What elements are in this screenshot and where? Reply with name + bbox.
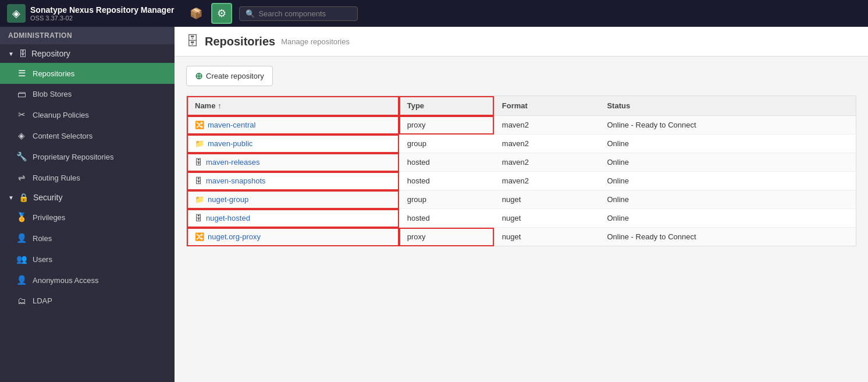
anonymous-access-icon: 👤	[16, 275, 27, 285]
col-header-type[interactable]: Type	[399, 96, 494, 116]
repo-name-cell: 📁nuget-group	[187, 190, 399, 209]
app-name: Sonatype Nexus Repository Manager	[30, 5, 174, 15]
gear-icon-btn[interactable]: ⚙	[211, 3, 232, 24]
privileges-icon: 🏅	[16, 212, 27, 222]
repo-type-cell: proxy	[399, 116, 494, 135]
repo-format-cell: nuget	[494, 190, 599, 209]
sidebar-item-ldap[interactable]: 🗂 LDAP	[0, 291, 175, 311]
col-name-label: Name	[195, 101, 215, 110]
content-selectors-icon: ◈	[16, 130, 27, 141]
table-row[interactable]: 🔀maven-centralproxymaven2Online - Ready …	[187, 116, 856, 135]
page-subtitle: Manage repositories	[281, 37, 350, 46]
repo-row-icon: 🗄	[195, 176, 202, 185]
users-icon: 👥	[16, 254, 27, 264]
sidebar-item-cleanup-policies[interactable]: ✂ Cleanup Policies	[0, 104, 175, 125]
triangle-icon: ▼	[8, 51, 14, 57]
search-icon: 🔍	[246, 9, 255, 18]
sidebar: Administration ▼ 🗄 Repository ☰ Reposito…	[0, 27, 175, 382]
sidebar-item-routing-rules-label: Routing Rules	[33, 174, 80, 182]
sidebar-item-repositories-label: Repositories	[33, 69, 74, 78]
col-format-label: Format	[502, 101, 528, 110]
table-row[interactable]: 📁nuget-groupgroupnugetOnline	[187, 190, 856, 209]
page-header: 🗄 Repositories Manage repositories	[175, 27, 868, 56]
roles-icon: 👤	[16, 233, 27, 243]
search-input[interactable]	[258, 9, 351, 18]
repo-type-cell: group	[399, 190, 494, 209]
sidebar-item-content-selectors[interactable]: ◈ Content Selectors	[0, 125, 175, 146]
sidebar-item-proprietary-repos[interactable]: 🔧 Proprietary Repositories	[0, 146, 175, 167]
repo-name-link[interactable]: maven-public	[208, 139, 252, 148]
repo-format-cell: nuget	[494, 228, 599, 246]
repo-name-link[interactable]: maven-releases	[206, 158, 260, 167]
repositories-icon: ☰	[16, 68, 27, 79]
sidebar-item-roles-label: Roles	[33, 234, 52, 243]
security-section-icon: 🔒	[19, 193, 29, 202]
triangle-security-icon: ▼	[8, 194, 14, 201]
repo-name-cell: 🔀nuget.org-proxy	[187, 228, 399, 246]
sort-icon: ↑	[218, 101, 222, 110]
table-body: 🔀maven-centralproxymaven2Online - Ready …	[187, 116, 856, 246]
blob-stores-icon: 🗃	[16, 89, 27, 99]
table-row[interactable]: 🗄maven-releaseshostedmaven2Online	[187, 153, 856, 172]
app-version: OSS 3.37.3-02	[30, 15, 174, 22]
repo-section-icon: 🗄	[19, 49, 27, 58]
repo-name-link[interactable]: nuget.org-proxy	[208, 232, 261, 241]
repo-status-cell: Online - Ready to Connect	[599, 228, 856, 246]
sidebar-section-repository-label: Repository	[31, 49, 70, 58]
repo-name-link[interactable]: nuget-group	[208, 195, 248, 204]
repo-name-link[interactable]: nuget-hosted	[206, 214, 250, 222]
sidebar-section-repository[interactable]: ▼ 🗄 Repository	[0, 44, 175, 63]
table-row[interactable]: 🔀nuget.org-proxyproxynugetOnline - Ready…	[187, 228, 856, 246]
repo-format-cell: maven2	[494, 172, 599, 190]
table-row[interactable]: 🗄nuget-hostedhostednugetOnline	[187, 209, 856, 228]
repo-status-cell: Online	[599, 135, 856, 153]
sidebar-item-blob-stores-label: Blob Stores	[33, 90, 72, 98]
sidebar-item-anonymous-access[interactable]: 👤 Anonymous Access	[0, 270, 175, 291]
table-row[interactable]: 📁maven-publicgroupmaven2Online	[187, 135, 856, 153]
col-header-name[interactable]: Name ↑	[187, 96, 399, 116]
routing-icon: ⇌	[16, 172, 27, 183]
sidebar-item-users[interactable]: 👥 Users	[0, 249, 175, 270]
repo-row-icon: 📁	[195, 195, 204, 204]
repo-format-cell: nuget	[494, 209, 599, 228]
repo-type-cell: proxy	[399, 228, 494, 246]
col-type-label: Type	[407, 101, 424, 110]
sidebar-admin-label: Administration	[0, 27, 175, 44]
page-header-icon: 🗄	[186, 34, 199, 49]
repositories-content: ⊕ Create repository Name ↑ Type For	[175, 56, 868, 256]
repo-name-cell: 🗄nuget-hosted	[187, 209, 399, 228]
repo-type-cell: hosted	[399, 209, 494, 228]
sidebar-item-blob-stores[interactable]: 🗃 Blob Stores	[0, 84, 175, 104]
sidebar-section-security[interactable]: ▼ 🔒 Security	[0, 188, 175, 207]
sidebar-item-privileges[interactable]: 🏅 Privileges	[0, 207, 175, 228]
repo-name-cell: 🗄maven-snapshots	[187, 172, 399, 190]
sidebar-item-routing-rules[interactable]: ⇌ Routing Rules	[0, 167, 175, 188]
create-btn-label: Create repository	[206, 72, 264, 80]
repo-name-link[interactable]: maven-snapshots	[206, 176, 266, 185]
repo-format-cell: maven2	[494, 116, 599, 135]
sidebar-item-roles[interactable]: 👤 Roles	[0, 228, 175, 249]
repo-status-cell: Online - Ready to Connect	[599, 116, 856, 135]
col-status-label: Status	[607, 101, 630, 110]
main-content-area: 🗄 Repositories Manage repositories ⊕ Cre…	[175, 27, 868, 382]
sidebar-section-security-label: Security	[33, 193, 63, 202]
logo-icon: ◈	[7, 4, 26, 23]
repo-type-cell: group	[399, 135, 494, 153]
main-layout: Administration ▼ 🗄 Repository ☰ Reposito…	[0, 27, 868, 382]
repo-name-link[interactable]: maven-central	[208, 121, 255, 129]
table-row[interactable]: 🗄maven-snapshotshostedmaven2Online	[187, 172, 856, 190]
repo-name-cell: 🔀maven-central	[187, 116, 399, 135]
cleanup-icon: ✂	[16, 109, 27, 120]
sidebar-item-users-label: Users	[33, 255, 52, 264]
create-btn-plus-icon: ⊕	[195, 70, 202, 82]
table-header: Name ↑ Type Format Status	[187, 96, 856, 116]
sidebar-item-repositories[interactable]: ☰ Repositories	[0, 63, 175, 84]
repositories-table: Name ↑ Type Format Status	[186, 96, 856, 246]
page-title: Repositories	[205, 35, 275, 48]
search-bar[interactable]: 🔍	[239, 6, 358, 21]
repo-format-cell: maven2	[494, 153, 599, 172]
cube-icon-btn[interactable]: 📦	[186, 3, 207, 24]
repo-type-cell: hosted	[399, 172, 494, 190]
create-repository-button[interactable]: ⊕ Create repository	[186, 66, 273, 86]
repo-status-cell: Online	[599, 209, 856, 228]
